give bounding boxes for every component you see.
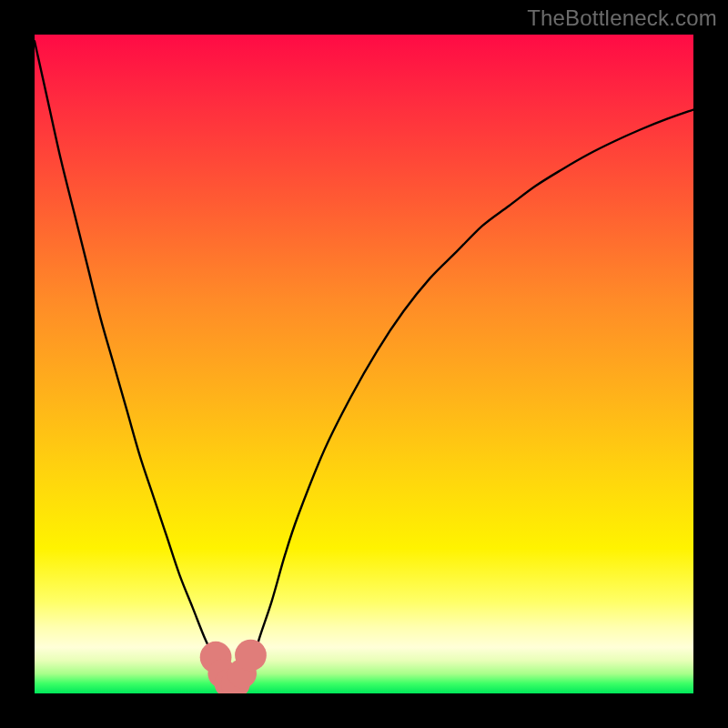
- chart-plot-area: [35, 35, 693, 693]
- curve-marker: [235, 640, 267, 672]
- curve-markers: [200, 640, 267, 693]
- bottleneck-curve: [35, 41, 693, 687]
- chart-frame: TheBottleneck.com: [0, 0, 728, 728]
- watermark-label: TheBottleneck.com: [527, 5, 717, 31]
- bottleneck-curve-svg: [35, 35, 693, 693]
